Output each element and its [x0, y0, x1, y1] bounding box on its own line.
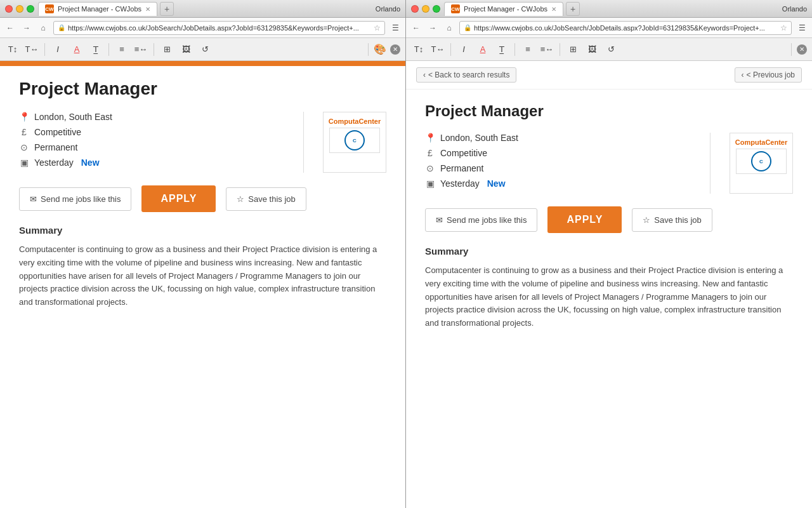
toolbar-close-icon-right[interactable]: ✕	[797, 44, 807, 55]
browser-window-left: CW Project Manager - CWJobs ✕ + Orlando …	[0, 0, 406, 508]
home-nav-right[interactable]: ⌂	[443, 22, 455, 34]
paint-icon-left[interactable]: 🎨	[374, 43, 386, 55]
url-text-left: https://www.cwjobs.co.uk/JobSearch/JobDe…	[68, 24, 371, 32]
location-text-left: London, South East	[34, 112, 112, 122]
type-icon-left: ⊙	[19, 142, 29, 152]
maximize-button-left[interactable]	[27, 5, 34, 13]
apply-label-left: APPLY	[160, 193, 197, 204]
salary-icon-left: £	[19, 127, 29, 137]
location-text-right: London, South East	[440, 133, 518, 143]
toolbar-btn-indent-right[interactable]: ≡↔	[539, 42, 554, 57]
toolbar-btn-highlight-right[interactable]: T̲	[494, 42, 509, 57]
send-jobs-label-right: Send me jobs like this	[447, 215, 527, 225]
forward-nav-left[interactable]: →	[20, 22, 33, 34]
toolbar-btn-align-left[interactable]: ≡	[114, 42, 129, 57]
date-text-left: Yesterday	[34, 157, 74, 168]
company-name-right: ComputaCenter	[735, 138, 788, 146]
toolbar-btn-italic-left[interactable]: I	[50, 42, 65, 57]
job-page-right: Project Manager 📍 London, South East £ C…	[406, 90, 812, 343]
toolbar-btn-italic-right[interactable]: I	[456, 42, 471, 57]
summary-section-left: Summary Computacenter is continuing to g…	[19, 225, 386, 309]
url-text-right: https://www.cwjobs.co.uk/JobSearch/JobDe…	[474, 24, 778, 32]
tab-right[interactable]: CW Project Manager - CWJobs ✕	[444, 2, 563, 16]
date-text-right: Yesterday	[440, 178, 480, 189]
toolbar-btn-table-right[interactable]: ⊞	[565, 42, 580, 57]
toolbar-btn-t2-right[interactable]: T↔	[430, 42, 445, 57]
url-bar-right[interactable]: 🔒 https://www.cwjobs.co.uk/JobSearch/Job…	[459, 21, 792, 35]
bookmark-icon-left[interactable]: ☆	[374, 23, 381, 32]
toolbar-btn-color-left[interactable]: A	[69, 42, 84, 57]
close-button-right[interactable]	[411, 5, 419, 13]
toolbar-btn-t1-left[interactable]: T↕	[5, 42, 20, 57]
salary-text-right: Competitive	[440, 148, 487, 158]
toolbar-sep2-right	[514, 43, 515, 56]
save-job-button-right[interactable]: ☆ Save this job	[632, 208, 712, 232]
save-job-button-left[interactable]: ☆ Save this job	[226, 187, 306, 211]
new-tab-button-left[interactable]: +	[160, 2, 174, 16]
action-bar-right: ✉ Send me jobs like this APPLY ☆ Save th…	[425, 206, 793, 233]
toolbar-close-icon-left[interactable]: ✕	[390, 44, 400, 55]
toolbar-btn-table-left[interactable]: ⊞	[159, 42, 174, 57]
summary-title-left: Summary	[19, 225, 386, 236]
back-nav-bar-right: ‹ < Back to search results ‹ < Previous …	[406, 61, 812, 90]
toolbar-btn-color-right[interactable]: A	[475, 42, 490, 57]
tab-favicon-left: CW	[45, 4, 54, 13]
company-name-left: ComputaCenter	[329, 117, 381, 125]
prev-job-label-right: < Previous job	[747, 70, 795, 79]
home-nav-left[interactable]: ⌂	[37, 22, 49, 34]
back-search-button-right[interactable]: ‹ < Back to search results	[416, 67, 516, 83]
date-icon-left: ▣	[19, 157, 29, 168]
bookmark-icon-right[interactable]: ☆	[780, 23, 787, 32]
back-nav-right[interactable]: ←	[410, 22, 422, 34]
menu-icon-left[interactable]: ☰	[389, 22, 402, 34]
tab-label-right: Project Manager - CWJobs	[464, 5, 547, 13]
toolbar-sep3-left	[154, 43, 154, 56]
toolbar-sep1-right	[450, 43, 451, 56]
traffic-lights-left	[5, 5, 34, 13]
minimize-button-left[interactable]	[16, 5, 23, 13]
url-bar-left[interactable]: 🔒 https://www.cwjobs.co.uk/JobSearch/Job…	[53, 21, 385, 35]
minimize-button-right[interactable]	[422, 5, 429, 13]
job-meta-details-left: 📍 London, South East £ Competitive ⊙ Per…	[19, 112, 284, 173]
page-content-right: ‹ < Back to search results ‹ < Previous …	[406, 61, 812, 508]
prev-job-button-right[interactable]: ‹ < Previous job	[735, 67, 802, 83]
apply-button-left[interactable]: APPLY	[141, 185, 216, 212]
lock-icon-right: 🔒	[464, 24, 471, 31]
email-icon-left: ✉	[30, 194, 37, 204]
menu-icon-right[interactable]: ☰	[796, 22, 808, 34]
toolbar-btn-picture-left[interactable]: 🖼	[178, 42, 193, 57]
new-tab-button-right[interactable]: +	[566, 2, 580, 16]
tab-left[interactable]: CW Project Manager - CWJobs ✕	[38, 2, 157, 16]
user-name-left: Orlando	[376, 5, 400, 13]
location-icon-left: 📍	[19, 112, 29, 122]
tab-favicon-right: CW	[451, 4, 460, 13]
toolbar-btn-indent-left[interactable]: ≡↔	[133, 42, 148, 57]
send-jobs-button-right[interactable]: ✉ Send me jobs like this	[425, 208, 537, 232]
toolbar-btn-refresh-right[interactable]: ↺	[603, 42, 619, 57]
company-logo-right: C	[736, 149, 787, 174]
toolbar-btn-picture-right[interactable]: 🖼	[584, 42, 599, 57]
type-text-right: Permanent	[440, 163, 483, 173]
tab-close-right[interactable]: ✕	[551, 6, 556, 13]
toolbar-btn-refresh-left[interactable]: ↺	[197, 42, 213, 57]
back-nav-left[interactable]: ←	[4, 22, 16, 34]
toolbar-btn-highlight-left[interactable]: T̲	[88, 42, 103, 57]
tab-close-left[interactable]: ✕	[145, 6, 150, 13]
toolbar-btn-t2-left[interactable]: T↔	[24, 42, 39, 57]
job-location-left: 📍 London, South East	[19, 112, 284, 122]
meta-divider-right	[710, 133, 710, 194]
send-jobs-button-left[interactable]: ✉ Send me jobs like this	[19, 187, 131, 211]
address-bar-left: ← → ⌂ 🔒 https://www.cwjobs.co.uk/JobSear…	[0, 18, 405, 38]
orange-bar-left	[0, 61, 405, 66]
action-bar-left: ✉ Send me jobs like this APPLY ☆ Save th…	[19, 185, 386, 212]
forward-nav-right[interactable]: →	[426, 22, 439, 34]
send-jobs-label-left: Send me jobs like this	[41, 194, 121, 204]
close-button-left[interactable]	[5, 5, 13, 13]
toolbar-btn-align-right[interactable]: ≡	[520, 42, 535, 57]
job-date-left: ▣ Yesterday New	[19, 157, 284, 168]
type-icon-right: ⊙	[425, 163, 435, 173]
maximize-button-right[interactable]	[433, 5, 440, 13]
apply-button-right[interactable]: APPLY	[547, 206, 622, 233]
toolbar-btn-t1-right[interactable]: T↕	[411, 42, 426, 57]
job-type-left: ⊙ Permanent	[19, 142, 284, 152]
